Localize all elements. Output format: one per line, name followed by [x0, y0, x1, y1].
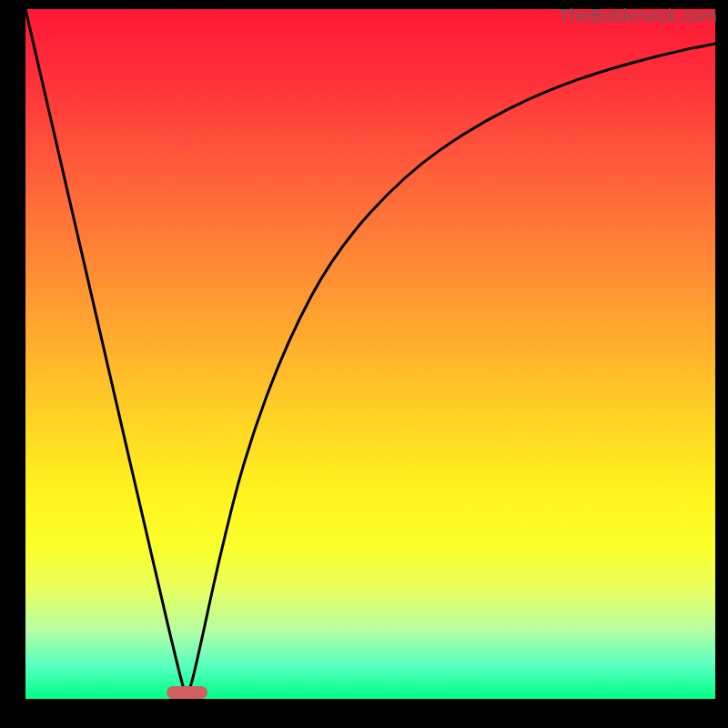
chart-frame: TheBottleneck.com	[0, 0, 728, 728]
plot-area	[25, 9, 715, 699]
watermark-text: TheBottleneck.com	[558, 5, 717, 26]
optimal-marker	[167, 686, 207, 699]
bottleneck-curve-path	[25, 9, 715, 693]
curve-svg	[25, 9, 715, 699]
